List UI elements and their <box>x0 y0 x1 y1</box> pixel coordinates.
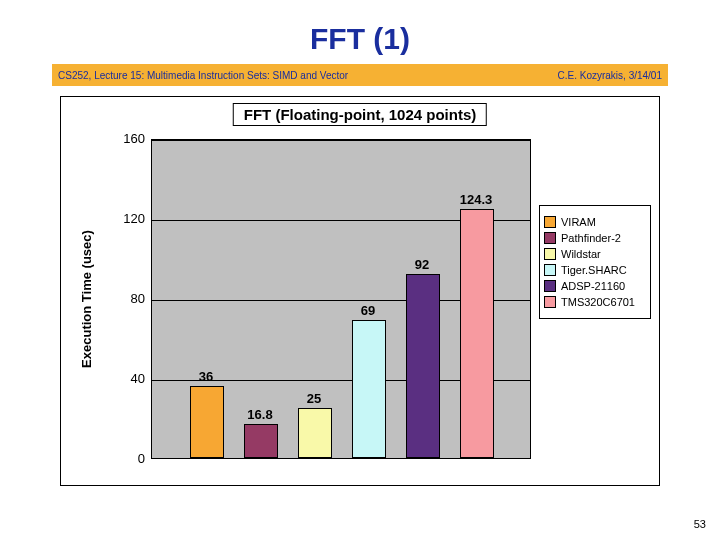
legend-swatch <box>544 232 556 244</box>
legend-label: VIRAM <box>561 216 596 228</box>
y-tick-label: 160 <box>115 131 145 146</box>
bar-value-label: 25 <box>289 391 339 406</box>
y-tick-label: 120 <box>115 211 145 226</box>
y-axis-label: Execution Time (usec) <box>79 139 99 459</box>
y-tick-label: 40 <box>115 371 145 386</box>
plot-area <box>151 139 531 459</box>
legend-label: Pathfinder-2 <box>561 232 621 244</box>
legend-label: ADSP-21160 <box>561 280 625 292</box>
legend-item: Wildstar <box>544 248 646 260</box>
bar <box>406 274 440 458</box>
legend-item: VIRAM <box>544 216 646 228</box>
slide-stage: FFT (1) CS252, Lecture 15: Multimedia In… <box>0 0 720 540</box>
legend-swatch <box>544 216 556 228</box>
bar <box>352 320 386 458</box>
page-number: 53 <box>694 518 706 530</box>
chart-container: FFT (Floating-point, 1024 points) Execut… <box>60 96 660 486</box>
bar-value-label: 92 <box>397 257 447 272</box>
slide-header-bar: CS252, Lecture 15: Multimedia Instructio… <box>52 64 668 86</box>
legend-label: Wildstar <box>561 248 601 260</box>
chart-title: FFT (Floating-point, 1024 points) <box>233 103 487 126</box>
legend-item: Pathfinder-2 <box>544 232 646 244</box>
bar-value-label: 69 <box>343 303 393 318</box>
bar <box>244 424 278 458</box>
bar-value-label: 124.3 <box>451 192 501 207</box>
y-tick-label: 80 <box>115 291 145 306</box>
legend-swatch <box>544 248 556 260</box>
bar-value-label: 36 <box>181 369 231 384</box>
bar <box>460 209 494 458</box>
gridline <box>152 140 530 141</box>
bar <box>298 408 332 458</box>
legend-swatch <box>544 296 556 308</box>
bar-value-label: 16.8 <box>235 407 285 422</box>
legend-swatch <box>544 280 556 292</box>
legend-item: Tiger.SHARC <box>544 264 646 276</box>
legend-label: TMS320C6701 <box>561 296 635 308</box>
legend: VIRAMPathfinder-2WildstarTiger.SHARCADSP… <box>539 205 651 319</box>
legend-swatch <box>544 264 556 276</box>
header-right: C.E. Kozyrakis, 3/14/01 <box>558 70 663 81</box>
legend-item: ADSP-21160 <box>544 280 646 292</box>
header-left: CS252, Lecture 15: Multimedia Instructio… <box>58 70 348 81</box>
legend-label: Tiger.SHARC <box>561 264 627 276</box>
bar <box>190 386 224 458</box>
legend-item: TMS320C6701 <box>544 296 646 308</box>
slide-title: FFT (1) <box>0 22 720 56</box>
y-tick-label: 0 <box>115 451 145 466</box>
